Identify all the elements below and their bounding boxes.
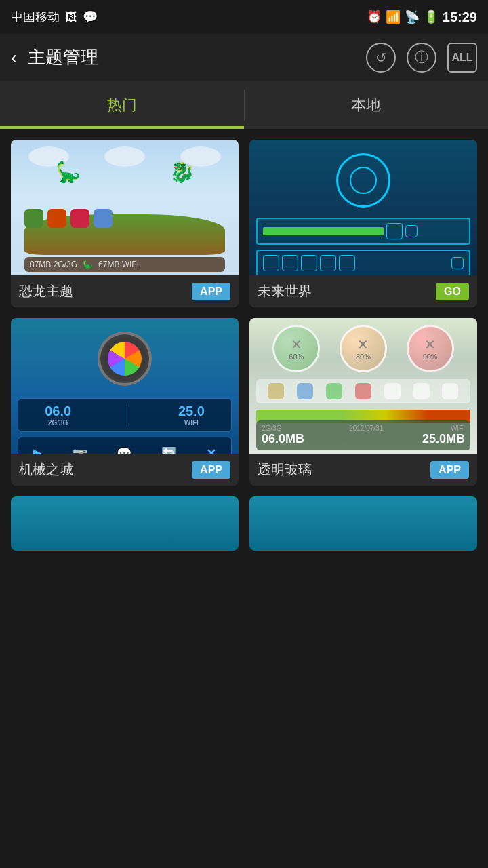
dino-apps bbox=[24, 209, 113, 228]
dino-char-2: 🐉 bbox=[169, 160, 195, 184]
glass-widget-bottom: 2G/3G 2012/07/31 WIFI 06.0MB 25.0MB bbox=[256, 420, 470, 450]
theme-thumb-future bbox=[249, 140, 477, 275]
dino-widget-text2: 67MB WIFI bbox=[98, 260, 139, 269]
back-button[interactable]: ‹ bbox=[11, 47, 17, 68]
glass-percent-3: 90% bbox=[423, 353, 438, 361]
future-icon-3 bbox=[263, 255, 279, 271]
theme-card-dinosaur[interactable]: 🦕 🐉 87MB 2G/3G 🦕 67MB WIFI 恐龙主题 APP bbox=[11, 140, 239, 307]
glass-percent-1: 60% bbox=[289, 353, 304, 361]
glass-label-wifi: WIFI bbox=[451, 425, 465, 432]
photo-icon: 🖼 bbox=[65, 10, 77, 24]
mech-icon-1: ▶ bbox=[33, 446, 43, 454]
dino-app-2 bbox=[47, 209, 66, 228]
glass-labels-top: 2G/3G 2012/07/31 WIFI bbox=[262, 425, 465, 432]
future-progress-1 bbox=[263, 227, 384, 235]
glass-label-network: 2G/3G bbox=[262, 425, 281, 432]
card-badge-dinosaur[interactable]: APP bbox=[192, 283, 230, 300]
future-bar-2 bbox=[256, 250, 470, 275]
future-icon-8 bbox=[451, 257, 464, 269]
glass-app-1 bbox=[268, 383, 284, 399]
glass-x-1: ✕ bbox=[291, 336, 302, 353]
glass-app-close bbox=[442, 383, 458, 399]
refresh-button[interactable]: ↺ bbox=[366, 43, 396, 73]
glass-label-date: 2012/07/31 bbox=[349, 425, 383, 432]
tab-local[interactable]: 本地 bbox=[245, 81, 489, 129]
mech-icon-5: ✕ bbox=[206, 446, 216, 454]
future-icon-5 bbox=[301, 255, 317, 271]
mech-gauge bbox=[98, 332, 152, 386]
card-footer-dinosaur: 恐龙主题 APP bbox=[11, 275, 239, 307]
mech-value-2: 25.0 bbox=[178, 403, 205, 419]
mech-val-1: 06.0 2G/3G bbox=[45, 403, 71, 427]
theme-grid: 🦕 🐉 87MB 2G/3G 🦕 67MB WIFI 恐龙主题 APP bbox=[0, 129, 488, 486]
dino-app-1 bbox=[24, 209, 43, 228]
future-icon-4 bbox=[282, 255, 298, 271]
glass-app-refresh bbox=[413, 383, 430, 399]
theme-card-mechanical[interactable]: 06.0 2G/3G 25.0 WIFI ▶ 📷 💬 🔄 ✕ 机械之城 APP bbox=[11, 318, 239, 486]
dino-app-3 bbox=[70, 209, 89, 228]
mech-icon-2: 📷 bbox=[73, 446, 87, 454]
all-button[interactable]: ALL bbox=[447, 43, 477, 73]
battery-icon: 🔋 bbox=[424, 9, 439, 24]
mech-widget-1: 06.0 2G/3G 25.0 WIFI bbox=[18, 398, 232, 432]
glass-circle-2: ✕ 80% bbox=[340, 325, 387, 372]
card-title-future: 未来世界 bbox=[258, 282, 312, 300]
glass-val-1: 06.0MB bbox=[262, 432, 304, 446]
theme-card-glass[interactable]: ✕ 60% ✕ 80% ✕ 90% bbox=[249, 318, 477, 486]
glass-x-2: ✕ bbox=[357, 336, 369, 353]
glass-numbers: 06.0MB 25.0MB bbox=[262, 432, 465, 446]
signal-icon: 📡 bbox=[405, 9, 420, 24]
card-footer-glass: 透明玻璃 APP bbox=[249, 454, 477, 486]
future-bar-1 bbox=[256, 218, 470, 245]
theme-thumb-glass: ✕ 60% ✕ 80% ✕ 90% bbox=[249, 318, 477, 454]
status-bar: 中国移动 🖼 💬 ⏰ 📶 📡 🔋 15:29 bbox=[0, 0, 488, 34]
title-bar: ‹ 主题管理 ↺ ⓘ ALL bbox=[0, 34, 488, 81]
card-footer-future: 未来世界 GO bbox=[249, 275, 477, 307]
theme-card-future[interactable]: 未来世界 GO bbox=[249, 140, 477, 307]
dino-char-1: 🦕 bbox=[56, 160, 81, 184]
chat-icon: 💬 bbox=[83, 9, 98, 24]
glass-circle-3: ✕ 90% bbox=[407, 325, 454, 372]
mech-icon-3: 💬 bbox=[117, 446, 131, 454]
glass-app-5 bbox=[384, 383, 401, 399]
info-button[interactable]: ⓘ bbox=[407, 43, 436, 73]
mech-val-2: 25.0 WIFI bbox=[178, 403, 205, 427]
glass-apps-row bbox=[256, 379, 470, 403]
card-badge-future[interactable]: GO bbox=[436, 283, 469, 300]
mech-label-2: WIFI bbox=[178, 419, 205, 427]
dino-widget-text1: 87MB 2G/3G bbox=[30, 260, 77, 269]
dino-char-small: 🦕 bbox=[83, 260, 93, 269]
glass-app-3 bbox=[326, 383, 342, 399]
future-icon-1 bbox=[386, 223, 403, 239]
carrier-label: 中国移动 bbox=[11, 9, 60, 25]
glass-circle-1: ✕ 60% bbox=[272, 325, 320, 372]
status-left: 中国移动 🖼 💬 bbox=[11, 9, 98, 25]
mech-divider bbox=[125, 405, 125, 425]
card-title-mechanical: 机械之城 bbox=[19, 460, 73, 479]
future-icon-2 bbox=[405, 225, 418, 237]
mech-icon-4: 🔄 bbox=[161, 446, 176, 454]
glass-percent-2: 80% bbox=[356, 353, 371, 361]
card-title-dinosaur: 恐龙主题 bbox=[19, 282, 73, 300]
future-inner-circle bbox=[350, 167, 377, 194]
mech-label-1: 2G/3G bbox=[45, 419, 71, 427]
theme-thumb-dinosaur: 🦕 🐉 87MB 2G/3G 🦕 67MB WIFI bbox=[11, 140, 239, 275]
mech-widget-2: ▶ 📷 💬 🔄 ✕ bbox=[18, 437, 232, 454]
future-circle bbox=[336, 153, 390, 208]
card-badge-glass[interactable]: APP bbox=[430, 461, 469, 479]
dino-characters: 🦕 🐉 bbox=[11, 160, 239, 184]
partial-card-1[interactable] bbox=[11, 496, 239, 551]
mech-gauge-inner bbox=[108, 342, 142, 376]
alarm-icon: ⏰ bbox=[367, 9, 382, 24]
theme-thumb-mechanical: 06.0 2G/3G 25.0 WIFI ▶ 📷 💬 🔄 ✕ bbox=[11, 318, 239, 454]
partial-row bbox=[0, 496, 488, 551]
partial-card-2[interactable] bbox=[249, 496, 477, 551]
time-label: 15:29 bbox=[443, 9, 477, 25]
glass-app-2 bbox=[297, 383, 313, 399]
status-right: ⏰ 📶 📡 🔋 15:29 bbox=[367, 9, 477, 25]
glass-circles: ✕ 60% ✕ 80% ✕ 90% bbox=[249, 325, 477, 372]
tab-hot[interactable]: 热门 bbox=[0, 81, 244, 129]
future-icon-7 bbox=[339, 255, 355, 271]
mech-value-1: 06.0 bbox=[45, 403, 71, 419]
card-badge-mechanical[interactable]: APP bbox=[192, 461, 230, 479]
